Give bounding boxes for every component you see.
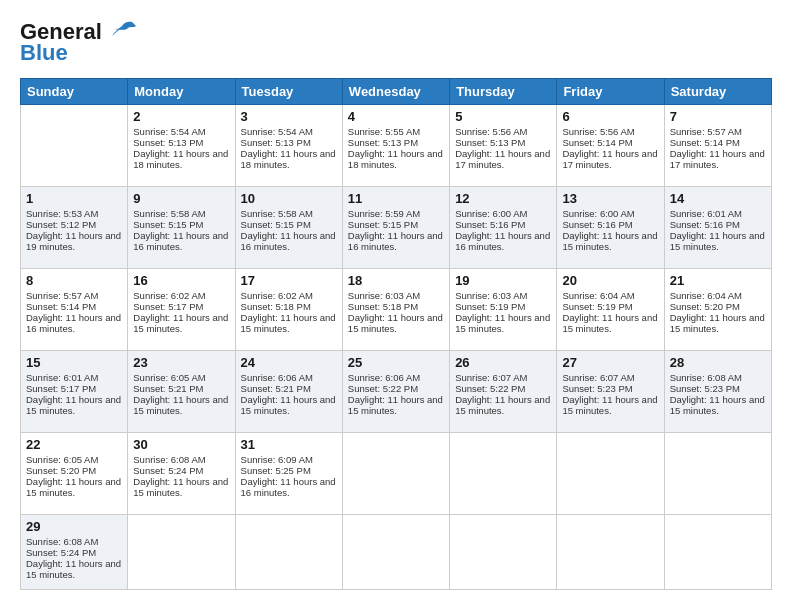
- sunset-text: Sunset: 5:24 PM: [26, 547, 122, 558]
- weekday-header-saturday: Saturday: [664, 79, 771, 105]
- sunset-text: Sunset: 5:16 PM: [562, 219, 658, 230]
- day-number: 13: [562, 191, 658, 206]
- sunset-text: Sunset: 5:18 PM: [348, 301, 444, 312]
- sunrise-text: Sunrise: 6:00 AM: [455, 208, 551, 219]
- sunrise-text: Sunrise: 6:06 AM: [241, 372, 337, 383]
- calendar-row-5: 29Sunrise: 6:08 AMSunset: 5:24 PMDayligh…: [21, 515, 772, 590]
- sunrise-text: Sunrise: 5:58 AM: [133, 208, 229, 219]
- sunset-text: Sunset: 5:13 PM: [241, 137, 337, 148]
- calendar-cell: [21, 105, 128, 187]
- sunrise-text: Sunrise: 6:07 AM: [455, 372, 551, 383]
- daylight-text: Daylight: 11 hours and 15 minutes.: [455, 394, 551, 416]
- daylight-text: Daylight: 11 hours and 15 minutes.: [455, 312, 551, 334]
- logo-bird-icon: [104, 18, 136, 46]
- header: General Blue: [20, 18, 772, 66]
- day-number: 19: [455, 273, 551, 288]
- sunset-text: Sunset: 5:13 PM: [348, 137, 444, 148]
- calendar-cell: 13Sunrise: 6:00 AMSunset: 5:16 PMDayligh…: [557, 187, 664, 269]
- sunrise-text: Sunrise: 5:58 AM: [241, 208, 337, 219]
- calendar-cell: 25Sunrise: 6:06 AMSunset: 5:22 PMDayligh…: [342, 351, 449, 433]
- calendar-cell: 11Sunrise: 5:59 AMSunset: 5:15 PMDayligh…: [342, 187, 449, 269]
- calendar-row-4: 22Sunrise: 6:05 AMSunset: 5:20 PMDayligh…: [21, 433, 772, 515]
- weekday-header-monday: Monday: [128, 79, 235, 105]
- day-number: 21: [670, 273, 766, 288]
- sunset-text: Sunset: 5:19 PM: [455, 301, 551, 312]
- calendar-cell: 2Sunrise: 5:54 AMSunset: 5:13 PMDaylight…: [128, 105, 235, 187]
- calendar-cell: 9Sunrise: 5:58 AMSunset: 5:15 PMDaylight…: [128, 187, 235, 269]
- day-number: 17: [241, 273, 337, 288]
- calendar-cell: 14Sunrise: 6:01 AMSunset: 5:16 PMDayligh…: [664, 187, 771, 269]
- calendar-cell: 29Sunrise: 6:08 AMSunset: 5:24 PMDayligh…: [21, 515, 128, 590]
- sunrise-text: Sunrise: 5:56 AM: [562, 126, 658, 137]
- sunset-text: Sunset: 5:13 PM: [133, 137, 229, 148]
- sunrise-text: Sunrise: 6:00 AM: [562, 208, 658, 219]
- sunrise-text: Sunrise: 6:02 AM: [133, 290, 229, 301]
- daylight-text: Daylight: 11 hours and 15 minutes.: [241, 312, 337, 334]
- sunset-text: Sunset: 5:24 PM: [133, 465, 229, 476]
- sunset-text: Sunset: 5:23 PM: [670, 383, 766, 394]
- sunset-text: Sunset: 5:16 PM: [670, 219, 766, 230]
- logo: General Blue: [20, 18, 136, 66]
- daylight-text: Daylight: 11 hours and 15 minutes.: [348, 312, 444, 334]
- day-number: 22: [26, 437, 122, 452]
- calendar-cell: [664, 433, 771, 515]
- calendar-cell: 17Sunrise: 6:02 AMSunset: 5:18 PMDayligh…: [235, 269, 342, 351]
- day-number: 10: [241, 191, 337, 206]
- daylight-text: Daylight: 11 hours and 19 minutes.: [26, 230, 122, 252]
- sunrise-text: Sunrise: 5:54 AM: [133, 126, 229, 137]
- sunrise-text: Sunrise: 6:08 AM: [133, 454, 229, 465]
- sunrise-text: Sunrise: 6:06 AM: [348, 372, 444, 383]
- day-number: 20: [562, 273, 658, 288]
- sunrise-text: Sunrise: 5:56 AM: [455, 126, 551, 137]
- day-number: 31: [241, 437, 337, 452]
- sunset-text: Sunset: 5:20 PM: [26, 465, 122, 476]
- calendar-cell: [342, 433, 449, 515]
- sunrise-text: Sunrise: 6:03 AM: [455, 290, 551, 301]
- day-number: 28: [670, 355, 766, 370]
- calendar-cell: 20Sunrise: 6:04 AMSunset: 5:19 PMDayligh…: [557, 269, 664, 351]
- sunrise-text: Sunrise: 6:04 AM: [670, 290, 766, 301]
- sunset-text: Sunset: 5:23 PM: [562, 383, 658, 394]
- sunrise-text: Sunrise: 6:05 AM: [133, 372, 229, 383]
- daylight-text: Daylight: 11 hours and 16 minutes.: [133, 230, 229, 252]
- daylight-text: Daylight: 11 hours and 16 minutes.: [348, 230, 444, 252]
- day-number: 18: [348, 273, 444, 288]
- daylight-text: Daylight: 11 hours and 17 minutes.: [455, 148, 551, 170]
- calendar-cell: 31Sunrise: 6:09 AMSunset: 5:25 PMDayligh…: [235, 433, 342, 515]
- daylight-text: Daylight: 11 hours and 15 minutes.: [562, 394, 658, 416]
- sunset-text: Sunset: 5:18 PM: [241, 301, 337, 312]
- calendar-cell: 30Sunrise: 6:08 AMSunset: 5:24 PMDayligh…: [128, 433, 235, 515]
- sunset-text: Sunset: 5:17 PM: [133, 301, 229, 312]
- sunset-text: Sunset: 5:19 PM: [562, 301, 658, 312]
- day-number: 3: [241, 109, 337, 124]
- calendar-cell: 19Sunrise: 6:03 AMSunset: 5:19 PMDayligh…: [450, 269, 557, 351]
- daylight-text: Daylight: 11 hours and 16 minutes.: [241, 476, 337, 498]
- calendar-cell: 7Sunrise: 5:57 AMSunset: 5:14 PMDaylight…: [664, 105, 771, 187]
- calendar-cell: 26Sunrise: 6:07 AMSunset: 5:22 PMDayligh…: [450, 351, 557, 433]
- day-number: 29: [26, 519, 122, 534]
- calendar-cell: 15Sunrise: 6:01 AMSunset: 5:17 PMDayligh…: [21, 351, 128, 433]
- sunrise-text: Sunrise: 6:04 AM: [562, 290, 658, 301]
- calendar-cell: 18Sunrise: 6:03 AMSunset: 5:18 PMDayligh…: [342, 269, 449, 351]
- day-number: 25: [348, 355, 444, 370]
- sunrise-text: Sunrise: 6:02 AM: [241, 290, 337, 301]
- sunrise-text: Sunrise: 6:08 AM: [670, 372, 766, 383]
- daylight-text: Daylight: 11 hours and 16 minutes.: [455, 230, 551, 252]
- daylight-text: Daylight: 11 hours and 15 minutes.: [670, 230, 766, 252]
- sunset-text: Sunset: 5:16 PM: [455, 219, 551, 230]
- calendar-page: General Blue SundayMondayTuesdayWednesda…: [0, 0, 792, 600]
- calendar-cell: 24Sunrise: 6:06 AMSunset: 5:21 PMDayligh…: [235, 351, 342, 433]
- day-number: 14: [670, 191, 766, 206]
- daylight-text: Daylight: 11 hours and 17 minutes.: [670, 148, 766, 170]
- daylight-text: Daylight: 11 hours and 16 minutes.: [26, 312, 122, 334]
- sunrise-text: Sunrise: 5:57 AM: [26, 290, 122, 301]
- daylight-text: Daylight: 11 hours and 18 minutes.: [133, 148, 229, 170]
- day-number: 6: [562, 109, 658, 124]
- day-number: 11: [348, 191, 444, 206]
- calendar-cell: 1Sunrise: 5:53 AMSunset: 5:12 PMDaylight…: [21, 187, 128, 269]
- sunset-text: Sunset: 5:12 PM: [26, 219, 122, 230]
- sunset-text: Sunset: 5:22 PM: [348, 383, 444, 394]
- daylight-text: Daylight: 11 hours and 15 minutes.: [26, 476, 122, 498]
- daylight-text: Daylight: 11 hours and 15 minutes.: [348, 394, 444, 416]
- calendar-cell: 22Sunrise: 6:05 AMSunset: 5:20 PMDayligh…: [21, 433, 128, 515]
